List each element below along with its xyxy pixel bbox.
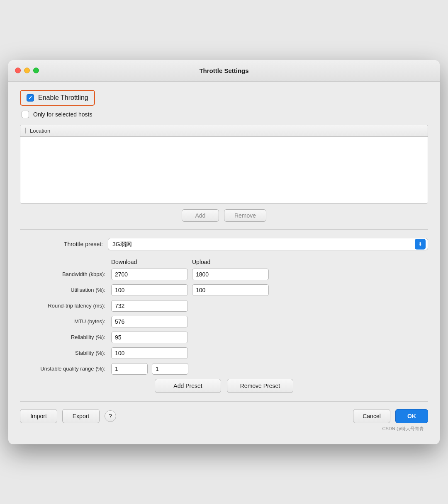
latency-row: Round-trip latency (ms): xyxy=(20,300,428,312)
add-button[interactable]: Add xyxy=(182,209,219,222)
bandwidth-label: Bandwidth (kbps): xyxy=(20,271,111,277)
add-remove-row: Add Remove xyxy=(20,209,428,222)
download-col-header: Download xyxy=(111,259,188,265)
reliability-input[interactable] xyxy=(111,332,188,343)
mtu-label: MTU (bytes): xyxy=(20,318,111,325)
watermark: CSDN @特大号青青 xyxy=(20,423,428,434)
remove-preset-button[interactable]: Remove Preset xyxy=(227,379,293,393)
remove-button[interactable]: Remove xyxy=(224,209,266,222)
main-content: ✓ Enable Throttling Only for selected ho… xyxy=(8,82,440,444)
stability-input[interactable] xyxy=(111,347,188,359)
throttle-settings-window: Throttle Settings ✓ Enable Throttling On… xyxy=(8,60,440,444)
traffic-light-buttons xyxy=(15,68,39,73)
utilisation-label: Utilisation (%): xyxy=(20,287,111,293)
only-selected-label: Only for selected hosts xyxy=(33,111,92,118)
ok-button[interactable]: OK xyxy=(395,409,428,423)
utilisation-download-input[interactable] xyxy=(111,284,188,296)
maximize-button[interactable] xyxy=(33,68,39,73)
throttle-preset-select-wrapper: 3G弱网 ⬍ xyxy=(108,238,428,250)
latency-inputs xyxy=(111,300,188,312)
reliability-inputs xyxy=(111,332,188,343)
throttle-preset-row: Throttle preset: 3G弱网 ⬍ xyxy=(20,238,428,250)
import-button[interactable]: Import xyxy=(20,409,57,423)
enable-throttling-label: Enable Throttling xyxy=(38,94,88,102)
enable-throttling-checkbox[interactable]: ✓ xyxy=(27,94,34,102)
mtu-row: MTU (bytes): xyxy=(20,316,428,327)
main-form: Bandwidth (kbps): Utilisation (%): Round… xyxy=(20,269,428,379)
divider-2 xyxy=(20,401,428,402)
stability-inputs xyxy=(111,347,188,359)
minimize-button[interactable] xyxy=(24,68,30,73)
location-header-text: Location xyxy=(30,128,50,134)
title-bar: Throttle Settings xyxy=(8,60,440,82)
only-selected-checkbox[interactable] xyxy=(22,111,29,118)
window-title: Throttle Settings xyxy=(199,67,248,74)
latency-label: Round-trip latency (ms): xyxy=(20,303,111,309)
bandwidth-download-input[interactable] xyxy=(111,269,188,280)
add-preset-button[interactable]: Add Preset xyxy=(155,379,221,393)
unstable-quality-inputs xyxy=(111,363,188,375)
bottom-row: Import Export ? Cancel OK xyxy=(20,409,428,423)
cancel-button[interactable]: Cancel xyxy=(353,409,390,423)
enable-throttling-row: ✓ Enable Throttling xyxy=(20,90,428,106)
only-selected-row: Only for selected hosts xyxy=(20,111,428,118)
unstable-quality-input2[interactable] xyxy=(152,363,188,375)
mtu-input[interactable] xyxy=(111,316,188,327)
location-column-header: Location xyxy=(20,125,428,137)
stability-label: Stability (%): xyxy=(20,350,111,356)
throttle-preset-select[interactable]: 3G弱网 xyxy=(108,238,428,250)
enable-throttling-box[interactable]: ✓ Enable Throttling xyxy=(20,90,95,106)
bandwidth-row: Bandwidth (kbps): xyxy=(20,269,428,280)
checkmark-icon: ✓ xyxy=(28,95,32,100)
divider-1 xyxy=(20,229,428,230)
utilisation-inputs xyxy=(111,284,269,296)
location-table: Location xyxy=(20,125,428,204)
help-button[interactable]: ? xyxy=(105,410,116,422)
utilisation-row: Utilisation (%): xyxy=(20,284,428,296)
reliability-label: Reliability (%): xyxy=(20,334,111,340)
export-button[interactable]: Export xyxy=(62,409,100,423)
reliability-row: Reliability (%): xyxy=(20,332,428,343)
stability-row: Stability (%): xyxy=(20,347,428,359)
bandwidth-inputs xyxy=(111,269,269,280)
latency-input[interactable] xyxy=(111,300,188,312)
unstable-quality-row: Unstable quality range (%): xyxy=(20,363,428,375)
unstable-quality-input1[interactable] xyxy=(111,363,148,375)
close-button[interactable] xyxy=(15,68,21,73)
col-headers-row: Download Upload xyxy=(111,259,428,265)
location-table-body[interactable] xyxy=(20,137,428,203)
mtu-inputs xyxy=(111,316,188,327)
utilisation-upload-input[interactable] xyxy=(192,284,269,296)
bandwidth-upload-input[interactable] xyxy=(192,269,269,280)
unstable-quality-label: Unstable quality range (%): xyxy=(20,366,111,372)
upload-col-header: Upload xyxy=(192,259,269,265)
preset-buttons-row: Add Preset Remove Preset xyxy=(20,379,428,393)
throttle-preset-label: Throttle preset: xyxy=(20,241,103,247)
